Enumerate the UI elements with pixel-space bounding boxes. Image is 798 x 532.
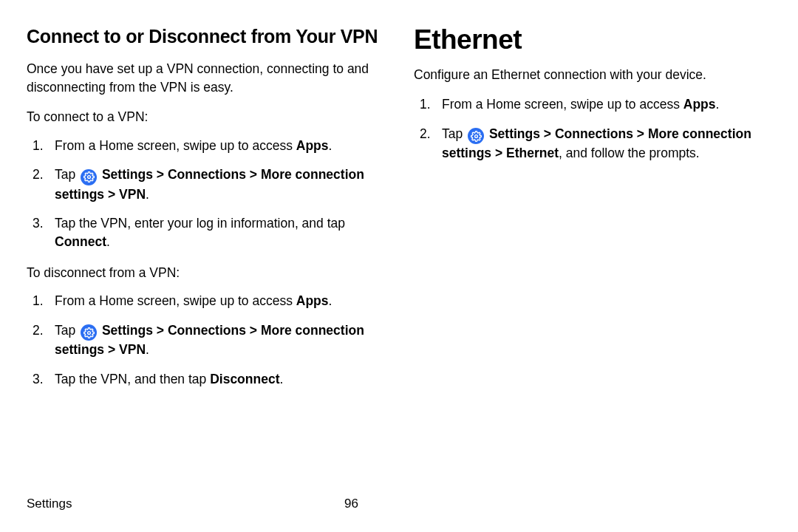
page-footer: Settings 96 <box>27 497 771 511</box>
disconnect-step-2: Tap Settings > Connections > More connec… <box>27 321 384 360</box>
disconnect-step-3: Tap the VPN, and then tap Disconnect. <box>27 370 384 389</box>
connect-steps: From a Home screen, swipe up to access A… <box>27 137 384 252</box>
settings-icon <box>81 324 97 341</box>
svg-point-1 <box>87 331 90 334</box>
vpn-heading: Connect to or Disconnect from Your VPN <box>27 25 384 48</box>
connect-step-3: Tap the VPN, enter your log in informati… <box>27 214 384 252</box>
right-column: Ethernet Configure an Ethernet connectio… <box>414 25 771 491</box>
ethernet-step-1: From a Home screen, swipe up to access A… <box>414 95 771 114</box>
ethernet-step-2: Tap Settings > Connections > More connec… <box>414 125 771 163</box>
connect-label: To connect to a VPN: <box>27 108 384 126</box>
left-column: Connect to or Disconnect from Your VPN O… <box>27 25 384 491</box>
settings-icon <box>81 169 97 185</box>
disconnect-steps: From a Home screen, swipe up to access A… <box>27 292 384 389</box>
content-columns: Connect to or Disconnect from Your VPN O… <box>27 25 771 491</box>
settings-icon <box>468 128 484 144</box>
disconnect-step-1: From a Home screen, swipe up to access A… <box>27 292 384 310</box>
footer-page-number: 96 <box>344 497 358 511</box>
footer-section: Settings <box>27 497 344 511</box>
connect-step-2: Tap Settings > Connections > More connec… <box>27 166 384 204</box>
vpn-intro: Once you have set up a VPN connection, c… <box>27 60 384 96</box>
connect-step-1: From a Home screen, swipe up to access A… <box>27 137 384 155</box>
disconnect-label: To disconnect from a VPN: <box>27 264 384 282</box>
ethernet-heading: Ethernet <box>414 25 771 55</box>
ethernet-intro: Configure an Ethernet connection with yo… <box>414 66 771 84</box>
svg-point-2 <box>474 134 477 137</box>
svg-point-0 <box>87 176 90 179</box>
ethernet-steps: From a Home screen, swipe up to access A… <box>414 95 771 163</box>
